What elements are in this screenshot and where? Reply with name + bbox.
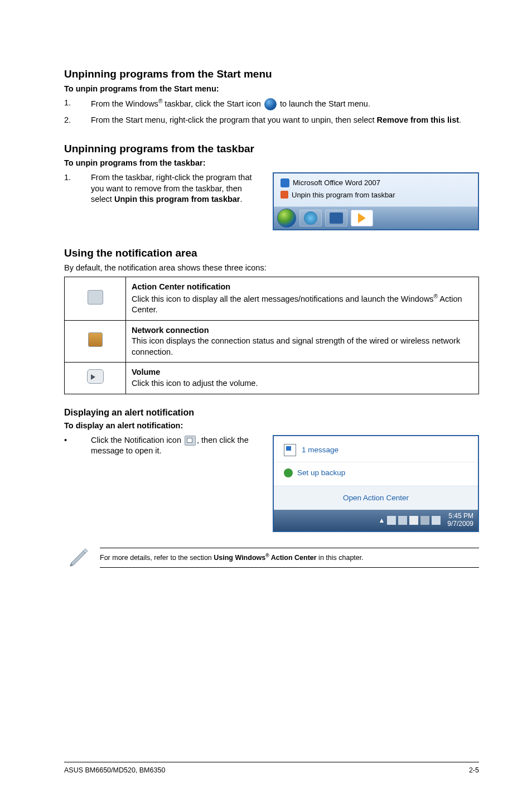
- menu-item-word[interactable]: Microsoft Office Word 2007: [278, 177, 473, 189]
- heading-unpin-taskbar: Unpinning programs from the taskbar: [64, 142, 479, 156]
- word-icon: [330, 212, 343, 224]
- bullet-item: • Click the Notification icon , then cli…: [64, 435, 262, 457]
- text: For more details, refer to the section: [100, 554, 214, 562]
- tray-date: 9/7/2009: [447, 520, 473, 528]
- open-action-center-link[interactable]: Open Action Center: [274, 486, 478, 510]
- alert-setup-text: Set up backup: [297, 468, 345, 478]
- menu-item-unpin[interactable]: Unpin this program from taskbar: [278, 189, 473, 201]
- note-callout: For more details, refer to the section U…: [64, 548, 479, 568]
- heading-alert-notification: Displaying an alert notification: [64, 407, 479, 419]
- menu-label: Microsoft Office Word 2007: [293, 178, 380, 188]
- taskbar-word-button[interactable]: [325, 210, 347, 226]
- notification-icons-table: Action Center notification Click this ic…: [64, 277, 479, 394]
- play-icon: [358, 213, 366, 223]
- action-center-flag-icon: [88, 290, 103, 305]
- intro-text: By default, the notification area shows …: [64, 263, 479, 274]
- bullet-text: Click the Notification icon , then click…: [91, 435, 262, 457]
- start-orb-icon: [264, 98, 277, 110]
- text: From the Windows: [91, 99, 158, 108]
- step-text: From the Windows® taskbar, click the Sta…: [91, 98, 479, 110]
- taskbar-ie-button[interactable]: [299, 210, 322, 226]
- text: .: [459, 115, 461, 124]
- step-text: From the Start menu, right-click the pro…: [91, 115, 479, 126]
- icon-cell: [65, 320, 126, 363]
- subhead-unpin-taskbar: To unpin programs from the taskbar:: [64, 158, 479, 169]
- tray-clock[interactable]: 5:45 PM 9/7/2009: [447, 513, 473, 528]
- bold-text: Using Windows: [214, 554, 265, 562]
- step-2: 2. From the Start menu, right-click the …: [64, 115, 479, 126]
- network-icon: [88, 332, 103, 347]
- word-icon: [280, 178, 289, 187]
- table-row: Volume Click this icon to adjust the vol…: [65, 363, 479, 394]
- text: in this chapter.: [317, 554, 364, 562]
- tray-chevron-icon[interactable]: ▲: [378, 516, 385, 525]
- icon-cell: [65, 363, 126, 394]
- step-number: 2.: [64, 115, 91, 126]
- system-tray: ▲ 5:45 PM 9/7/2009: [274, 510, 478, 531]
- text: From the Start menu, right-click the pro…: [91, 115, 377, 124]
- subhead-unpin-start: To unpin programs from the Start menu:: [64, 84, 479, 95]
- pencil-icon: [67, 544, 90, 567]
- text: Click this icon to display all the alert…: [132, 294, 434, 303]
- unpin-icon: [280, 191, 288, 199]
- alert-popup-window: 1 message Set up backup Open Action Cent…: [273, 435, 479, 532]
- text: .: [240, 195, 243, 204]
- step-text: From the taskbar, right-click the progra…: [91, 172, 262, 205]
- page-footer: ASUS BM6650/MD520, BM6350 2-5: [64, 762, 479, 775]
- alert-message-row[interactable]: 1 message: [274, 436, 478, 462]
- table-row: Network connection This icon displays th…: [65, 320, 479, 363]
- cell-title: Volume: [132, 367, 473, 378]
- note-text: For more details, refer to the section U…: [100, 548, 479, 568]
- unpin-context-window: Microsoft Office Word 2007 Unpin this pr…: [273, 172, 479, 230]
- bold-text: Remove from this list: [377, 115, 459, 124]
- desc-cell: Volume Click this icon to adjust the vol…: [126, 363, 479, 394]
- backup-icon: [284, 468, 293, 477]
- tray-icon[interactable]: [387, 516, 396, 525]
- bold-text: Action Center: [269, 554, 317, 562]
- notification-flag-icon: [185, 436, 196, 446]
- flag-icon: [284, 444, 296, 456]
- menu-label: Unpin this program from taskbar: [292, 190, 395, 200]
- step-1: 1. From the taskbar, right-click the pro…: [64, 172, 262, 205]
- footer-page-number: 2-5: [469, 766, 479, 775]
- step-number: 1.: [64, 98, 91, 110]
- heading-notification-area: Using the notification area: [64, 246, 479, 260]
- cell-desc: This icon displays the connection status…: [132, 336, 473, 357]
- ie-icon: [304, 211, 317, 225]
- alert-setup-row[interactable]: Set up backup: [274, 462, 478, 486]
- desc-cell: Action Center notification Click this ic…: [126, 277, 479, 321]
- tray-icon[interactable]: [398, 516, 407, 525]
- taskbar: [274, 207, 478, 229]
- bullet-dot: •: [64, 435, 91, 457]
- text: taskbar, click the Start icon: [162, 99, 263, 108]
- reg-mark: ®: [434, 293, 438, 299]
- alert-msg-text: 1 message: [302, 445, 338, 455]
- subhead-alert: To display an alert notification:: [64, 421, 479, 432]
- desc-cell: Network connection This icon displays th…: [126, 320, 479, 363]
- cell-title: Network connection: [132, 325, 473, 336]
- step-1: 1. From the Windows® taskbar, click the …: [64, 98, 479, 110]
- tray-flag-icon[interactable]: [420, 516, 429, 525]
- table-row: Action Center notification Click this ic…: [65, 277, 479, 321]
- text: Click the Notification icon: [91, 436, 183, 445]
- cell-desc: Click this icon to display all the alert…: [132, 293, 473, 316]
- icon-cell: [65, 277, 126, 321]
- cell-title: Action Center notification: [132, 282, 473, 293]
- tray-volume-icon[interactable]: [409, 516, 418, 525]
- text: to launch the Start menu.: [278, 99, 370, 108]
- cell-desc: Click this icon to adjust the volume.: [132, 378, 473, 389]
- taskbar-media-button[interactable]: [351, 210, 373, 226]
- tray-icon[interactable]: [432, 516, 441, 525]
- step-number: 1.: [64, 172, 91, 205]
- heading-unpin-start: Unpinning programs from the Start menu: [64, 67, 479, 81]
- start-orb-icon[interactable]: [277, 209, 296, 228]
- bold-text: Unpin this program from taskbar: [114, 195, 240, 204]
- footer-model: ASUS BM6650/MD520, BM6350: [64, 766, 165, 775]
- volume-icon: [87, 369, 104, 384]
- tray-time: 5:45 PM: [447, 513, 473, 520]
